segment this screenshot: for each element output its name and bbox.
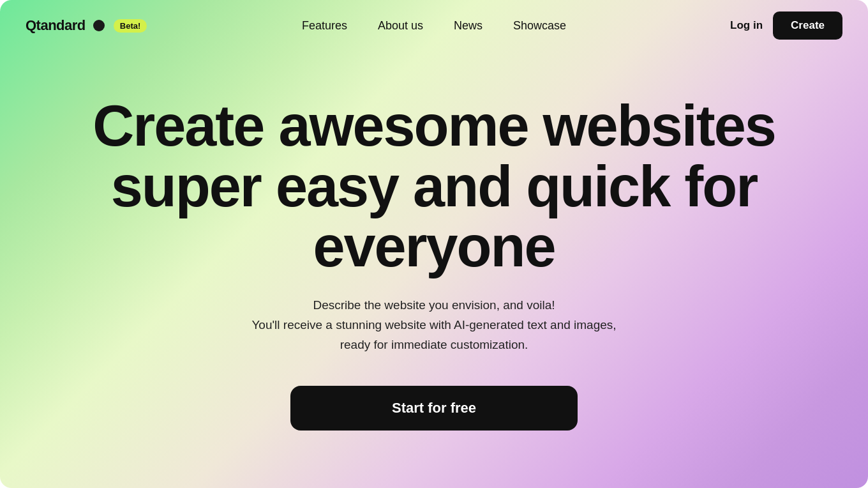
brand-name: Qtandard — [26, 17, 86, 34]
nav-link-about[interactable]: About us — [378, 19, 423, 33]
hero-title-line2: super easy and quick for everyone — [111, 155, 757, 279]
brand: Qtandard Beta! — [26, 17, 147, 34]
hero-subtitle-line3: ready for immediate customization. — [340, 338, 528, 351]
hero-title: Create awesome websites super easy and q… — [51, 96, 817, 277]
nav-right: Log in Create — [730, 11, 842, 40]
login-button[interactable]: Log in — [730, 19, 763, 32]
brand-dot-icon — [93, 20, 105, 31]
nav-link-showcase[interactable]: Showcase — [513, 19, 566, 33]
hero-subtitle-line2: You'll receive a stunning website with A… — [251, 318, 616, 332]
nav-link-news[interactable]: News — [454, 19, 483, 33]
hero-title-line1: Create awesome websites — [93, 94, 775, 158]
page-wrapper: Qtandard Beta! Features About us News Sh… — [0, 0, 868, 488]
start-free-button[interactable]: Start for free — [290, 386, 578, 431]
hero-subtitle: Describe the website you envision, and v… — [251, 295, 616, 355]
hero-section: Create awesome websites super easy and q… — [0, 38, 868, 488]
navbar: Qtandard Beta! Features About us News Sh… — [0, 0, 868, 51]
create-button[interactable]: Create — [773, 11, 842, 40]
beta-badge: Beta! — [114, 19, 147, 33]
nav-link-features[interactable]: Features — [302, 19, 347, 33]
hero-subtitle-line1: Describe the website you envision, and v… — [313, 298, 555, 312]
nav-center: Features About us News Showcase — [302, 19, 566, 33]
